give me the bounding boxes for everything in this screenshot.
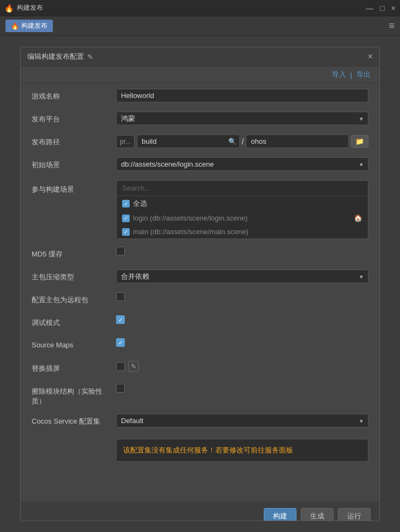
compression-row: 主包压缩类型 合并依赖 ▼ (32, 270, 368, 285)
source-maps-row: Source Maps (32, 338, 368, 353)
service-config-control: Default ▼ (116, 414, 368, 427)
path-row-inner: pr... 🔍 / 📁 (116, 134, 368, 148)
import-export-bar: 导入 | 导出 (21, 66, 379, 83)
service-config-row: Cocos Service 配置集 Default ▼ (32, 414, 368, 429)
compression-select-wrapper: 合并依赖 ▼ (116, 270, 368, 283)
main-area: 编辑构建发布配置 ✎ × 导入 | 导出 游戏名称 发布平台 (0, 36, 400, 532)
maximize-button[interactable]: □ (380, 4, 384, 13)
path-separator: / (242, 137, 244, 146)
scene-item-login[interactable]: login (db://assets/scene/login.scene) 🏠 (117, 211, 368, 225)
service-message-box: 该配置集没有集成任何服务！若要修改可前往服务面板 (116, 439, 368, 462)
scene-item-main[interactable]: main (db://assets/scene/main.scene) (117, 225, 368, 239)
service-message-spacer (32, 437, 116, 439)
path-search-icon: 🔍 (228, 138, 237, 145)
run-button[interactable]: 运行 (338, 508, 371, 521)
initial-scene-select[interactable]: db://assets/scene/login.scene (116, 157, 368, 171)
md5-checkbox[interactable] (116, 247, 125, 255)
dialog-title: 编辑构建发布配置 ✎ (27, 52, 93, 62)
source-maps-checkbox[interactable] (116, 338, 125, 347)
dialog-title-text: 编辑构建发布配置 (27, 52, 84, 62)
platform-select-wrapper: 鸿蒙 ▼ (116, 112, 368, 125)
md5-row: MD5 缓存 (32, 247, 368, 262)
splash-screen-row: 替换插屏 ✎ (32, 361, 368, 376)
dialog-edit-icon[interactable]: ✎ (87, 53, 93, 61)
scene-main-label: main (db://assets/scene/main.scene) (133, 228, 362, 236)
debug-mode-row: 调试模式 (32, 315, 368, 331)
md5-label: MD5 缓存 (32, 247, 116, 259)
splash-screen-checkbox[interactable] (116, 362, 125, 371)
build-button[interactable]: 构建 (264, 508, 296, 521)
path-label: 发布路径 (32, 134, 116, 147)
path-folder-button[interactable]: 📁 (351, 135, 368, 148)
service-message-control: 该配置集没有集成任何服务！若要修改可前往服务面板 (116, 437, 368, 464)
path-sub-wrap (246, 134, 349, 148)
fire-icon: 🔥 (11, 22, 19, 30)
compression-control: 合并依赖 ▼ (116, 270, 368, 283)
minimize-button[interactable]: — (366, 4, 373, 13)
form-content: 游戏名称 发布平台 鸿蒙 ▼ 发布路径 (21, 83, 379, 502)
remote-package-checkbox[interactable] (116, 292, 125, 301)
splash-screen-label: 替换插屏 (32, 361, 116, 374)
compression-select[interactable]: 合并依赖 (116, 270, 368, 283)
remote-package-label: 配置主包为远程包 (32, 292, 116, 305)
source-maps-label: Source Maps (32, 338, 116, 349)
game-name-row: 游戏名称 (32, 89, 368, 104)
splash-screen-control: ✎ (116, 361, 368, 372)
debug-mode-checkbox[interactable] (116, 315, 125, 324)
path-build-wrap: 🔍 (137, 134, 240, 148)
service-message-text: 该配置集没有集成任何服务！若要修改可前往服务面板 (123, 446, 293, 454)
platform-label: 发布平台 (32, 112, 116, 124)
scene-login-checkbox[interactable] (122, 215, 130, 222)
service-config-label: Cocos Service 配置集 (32, 414, 116, 426)
toolbar-left: 🔥 构建发布 (5, 20, 53, 32)
game-name-control (116, 89, 368, 102)
path-sub-input[interactable] (246, 134, 349, 148)
md5-control (116, 247, 368, 255)
service-config-select[interactable]: Default (116, 414, 368, 427)
scene-select-all-item[interactable]: 全选 (117, 196, 368, 211)
generate-button[interactable]: 生成 (301, 508, 334, 521)
scenes-label: 参与构建场景 (32, 180, 116, 194)
remove-module-checkbox[interactable] (116, 384, 125, 393)
toolbar: 🔥 构建发布 ≡ (0, 16, 400, 36)
debug-mode-control (116, 315, 368, 324)
title-bar: 🔥 构建发布 — □ × (0, 0, 400, 16)
scene-main-checkbox[interactable] (122, 228, 130, 236)
scene-panel: 全选 login (db://assets/scene/login.scene)… (116, 180, 368, 239)
import-export-separator: | (350, 71, 352, 79)
scene-select-all-checkbox[interactable] (122, 200, 130, 207)
remote-package-control (116, 292, 368, 301)
title-bar-left: 🔥 构建发布 (4, 3, 43, 13)
remove-module-label: 擦除模块结构（实验性质） (32, 384, 116, 406)
game-name-label: 游戏名称 (32, 89, 116, 101)
debug-mode-label: 调试模式 (32, 315, 116, 328)
scene-search-input[interactable] (117, 181, 368, 196)
window-controls[interactable]: — □ × (366, 4, 396, 13)
path-row: 发布路径 pr... 🔍 / 📁 (32, 134, 368, 150)
source-maps-control (116, 338, 368, 347)
service-message-row: 该配置集没有集成任何服务！若要修改可前往服务面板 (32, 437, 368, 464)
remote-package-row: 配置主包为远程包 (32, 292, 368, 308)
path-build-input[interactable] (137, 134, 240, 148)
scenes-row: 参与构建场景 全选 login (db://assets/scene/login… (32, 180, 368, 239)
toolbar-menu-icon[interactable]: ≡ (389, 20, 395, 32)
build-publish-button[interactable]: 🔥 构建发布 (5, 20, 53, 32)
initial-scene-row: 初始场景 db://assets/scene/login.scene ▼ (32, 157, 368, 173)
dialog-close-button[interactable]: × (368, 52, 373, 62)
app-icon: 🔥 (4, 4, 14, 13)
dialog-header: 编辑构建发布配置 ✎ × (21, 47, 379, 66)
initial-scene-label: 初始场景 (32, 157, 116, 170)
dialog-footer: 构建 生成 运行 (21, 502, 379, 521)
platform-row: 发布平台 鸿蒙 ▼ (32, 112, 368, 127)
platform-select[interactable]: 鸿蒙 (116, 112, 368, 125)
close-button[interactable]: × (391, 4, 396, 13)
export-button[interactable]: 导出 (356, 70, 371, 80)
game-name-input[interactable] (116, 89, 368, 102)
window-title: 构建发布 (17, 3, 43, 13)
splash-screen-edit-button[interactable]: ✎ (128, 361, 139, 372)
import-button[interactable]: 导入 (332, 70, 346, 80)
service-config-select-wrapper: Default ▼ (116, 414, 368, 427)
initial-scene-control: db://assets/scene/login.scene ▼ (116, 157, 368, 171)
dialog: 编辑构建发布配置 ✎ × 导入 | 导出 游戏名称 发布平台 (20, 47, 380, 521)
scene-login-home-icon: 🏠 (354, 214, 362, 222)
